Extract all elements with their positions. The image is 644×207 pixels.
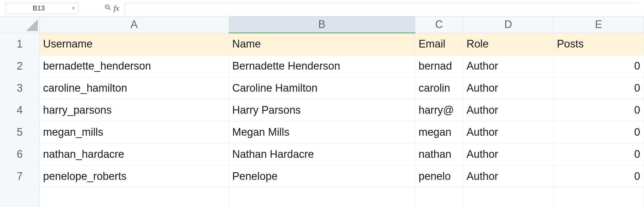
cell-C7[interactable]: penelo [415,165,463,187]
zoom-out-icon[interactable] [104,4,111,12]
cell-E2[interactable]: 0 [553,55,644,77]
fx-label: fx [113,4,119,13]
cell-B3[interactable]: Caroline Hamilton [229,77,415,99]
cell-E1[interactable]: Posts [553,33,644,55]
cell-A7[interactable]: penelope_roberts [40,165,229,187]
formula-input[interactable] [125,3,638,14]
cell-A5[interactable]: megan_mills [40,121,229,143]
cell-B1[interactable]: Name [229,33,415,55]
cell-B7[interactable]: Penelope [229,165,415,187]
cell-C5[interactable]: megan [415,121,463,143]
cell-E4[interactable]: 0 [553,99,644,121]
column-header-B[interactable]: B [229,16,415,33]
cell-E5[interactable]: 0 [553,121,644,143]
cell-E8[interactable] [553,187,644,207]
column-header-C[interactable]: C [415,16,463,33]
cell-D6[interactable]: Author [463,143,553,165]
cell-B6[interactable]: Nathan Hardacre [229,143,415,165]
cell-E7[interactable]: 0 [553,165,644,187]
cell-B2[interactable]: Bernadette Henderson [229,55,415,77]
cell-D4[interactable]: Author [463,99,553,121]
dropdown-arrow-icon[interactable]: ▼ [71,6,75,10]
cell-C6[interactable]: nathan [415,143,463,165]
cell-C4[interactable]: harry@ [415,99,463,121]
cell-D7[interactable]: Author [463,165,553,187]
svg-line-1 [109,8,110,10]
row-header-3[interactable]: 3 [0,77,40,99]
cell-B5[interactable]: Megan Mills [229,121,415,143]
cell-E6[interactable]: 0 [553,143,644,165]
cell-D8[interactable] [463,187,553,207]
row-header-4[interactable]: 4 [0,99,40,121]
column-header-E[interactable]: E [553,16,644,33]
cell-A2[interactable]: bernadette_henderson [40,55,229,77]
select-all-corner[interactable] [0,16,40,33]
cell-A4[interactable]: harry_parsons [40,99,229,121]
column-header-A[interactable]: A [40,16,229,33]
cell-reference-text: B13 [6,4,71,12]
row-header-5[interactable]: 5 [0,121,40,143]
cell-A6[interactable]: nathan_hardacre [40,143,229,165]
cell-D1[interactable]: Role [463,33,553,55]
cell-B8[interactable] [229,187,415,207]
cell-D2[interactable]: Author [463,55,553,77]
spreadsheet-grid: A B C D E 1 Username Name Email Role Pos… [0,16,644,207]
row-header-1[interactable]: 1 [0,33,40,55]
cell-D5[interactable]: Author [463,121,553,143]
cell-D3[interactable]: Author [463,77,553,99]
formula-bar: B13 ▼ fx [0,0,644,16]
cell-E3[interactable]: 0 [553,77,644,99]
column-header-D[interactable]: D [463,16,553,33]
cell-C8[interactable] [415,187,463,207]
row-header-6[interactable]: 6 [0,143,40,165]
row-header-7[interactable]: 7 [0,165,40,187]
cell-A3[interactable]: caroline_hamilton [40,77,229,99]
cell-A8[interactable] [40,187,229,207]
cell-C2[interactable]: bernad [415,55,463,77]
corner-triangle-icon [26,19,38,31]
cell-reference-box[interactable]: B13 ▼ [6,3,79,14]
cell-B4[interactable]: Harry Parsons [229,99,415,121]
cell-C1[interactable]: Email [415,33,463,55]
row-header-2[interactable]: 2 [0,55,40,77]
row-header-8[interactable] [0,187,40,207]
fx-group: fx [104,4,119,13]
cell-C3[interactable]: carolin [415,77,463,99]
cell-A1[interactable]: Username [40,33,229,55]
